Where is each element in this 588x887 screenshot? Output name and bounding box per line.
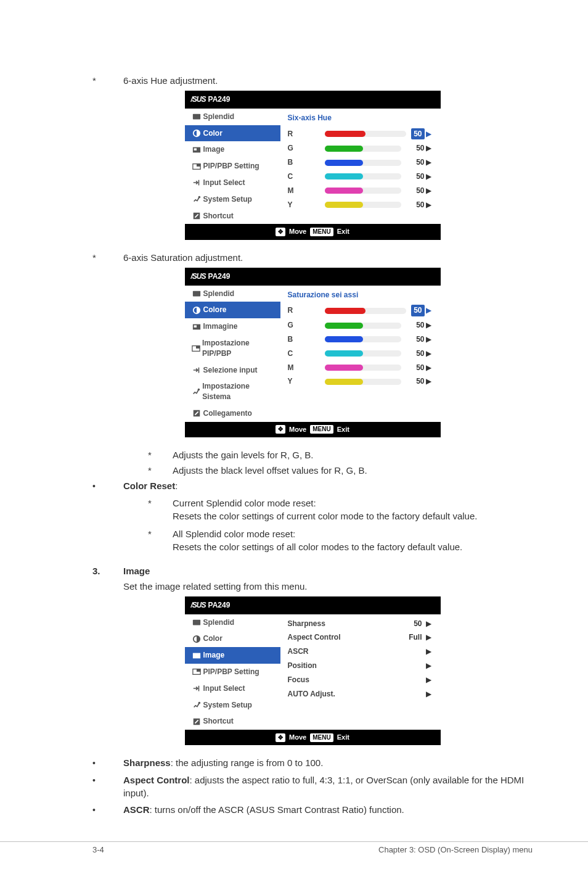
osd-side-item[interactable]: Image bbox=[185, 141, 280, 158]
osd-side-item[interactable]: Color bbox=[185, 630, 280, 647]
svg-rect-3 bbox=[194, 148, 196, 151]
side-icon bbox=[190, 684, 203, 693]
exit-label: Exit bbox=[337, 733, 349, 742]
osd-side-item[interactable]: Immagine bbox=[185, 318, 280, 335]
side-icon bbox=[190, 651, 203, 660]
osd-side-item[interactable]: Splendid bbox=[185, 614, 280, 631]
osd-side-item[interactable]: Image bbox=[185, 647, 280, 664]
side-icon bbox=[190, 306, 203, 315]
side-label: Image bbox=[203, 650, 225, 661]
osd-value-row[interactable]: C50▶ bbox=[288, 170, 433, 184]
value-bar bbox=[325, 365, 401, 371]
value-number: 50 bbox=[406, 349, 425, 359]
osd-side-item[interactable]: Splendid bbox=[185, 109, 280, 125]
cr-current: Current Splendid color mode reset: Reset… bbox=[173, 497, 477, 522]
side-icon bbox=[190, 162, 203, 171]
osd-side-item[interactable]: Color bbox=[185, 125, 280, 142]
osd-value-row[interactable]: Y50▶ bbox=[288, 374, 433, 389]
asterisk: * bbox=[148, 527, 173, 553]
svg-point-22 bbox=[198, 702, 200, 704]
osd-screenshot-saturation: /SUS PA249 SplendidColoreImmagineImposta… bbox=[185, 268, 441, 437]
osd-value-row[interactable]: Focus▶ bbox=[288, 673, 433, 687]
value-bar bbox=[325, 188, 401, 194]
aspect-label: Aspect Control bbox=[123, 775, 190, 785]
exit-label: Exit bbox=[337, 227, 349, 236]
osd-value-row[interactable]: AUTO Adjust.▶ bbox=[288, 687, 433, 701]
osd-value-row[interactable]: G50▶ bbox=[288, 141, 433, 155]
asterisk: * bbox=[92, 251, 123, 264]
osd-value-row[interactable]: R50▶ bbox=[288, 126, 433, 142]
osd-footer: ✥Move MENUExit bbox=[185, 422, 441, 437]
move-label: Move bbox=[289, 227, 306, 236]
osd-value-row[interactable]: Y50▶ bbox=[288, 198, 433, 212]
value-number: 50 bbox=[406, 171, 425, 182]
osd-side-item[interactable]: Shortcut bbox=[185, 208, 280, 225]
osd-side-item[interactable]: System Setup bbox=[185, 697, 280, 714]
setting-label: ASCR bbox=[288, 646, 400, 657]
color-reset-label: Color Reset bbox=[123, 481, 175, 491]
bullet-dot: • bbox=[92, 756, 123, 770]
side-label: System Setup bbox=[203, 194, 252, 205]
menu-key-icon: MENU bbox=[310, 228, 333, 236]
osd-value-row[interactable]: G50▶ bbox=[288, 318, 433, 332]
osd-side-item[interactable]: Colore bbox=[185, 302, 280, 318]
svg-rect-19 bbox=[194, 654, 196, 656]
value-number: 50 bbox=[411, 128, 424, 140]
bullet-dot: • bbox=[92, 803, 123, 817]
channel-label: B bbox=[288, 157, 325, 168]
cr-current-head: Current Splendid color mode reset: bbox=[173, 497, 477, 510]
osd-side-item[interactable]: Splendid bbox=[185, 286, 280, 302]
asterisk: * bbox=[148, 448, 173, 461]
osd-side-item[interactable]: System Setup bbox=[185, 191, 280, 208]
osd-value-row[interactable]: Position▶ bbox=[288, 659, 433, 673]
osd-value-row[interactable]: Aspect ControlFull▶ bbox=[288, 630, 433, 645]
arrow-icon: ▶ bbox=[425, 349, 433, 359]
osd-side-item[interactable]: PIP/PBP Setting bbox=[185, 664, 280, 680]
arrow-icon: ▶ bbox=[425, 157, 433, 168]
section-desc: Set the image related setting from this … bbox=[123, 580, 533, 593]
osd-value-row[interactable]: B50▶ bbox=[288, 332, 433, 347]
osd-side-item[interactable]: Input Select bbox=[185, 175, 280, 191]
osd-side-item[interactable]: Selezione input bbox=[185, 362, 280, 379]
channel-label: C bbox=[288, 171, 325, 182]
osd-model: PA249 bbox=[208, 600, 231, 611]
osd-side-item[interactable]: Input Select bbox=[185, 680, 280, 697]
svg-rect-21 bbox=[197, 669, 200, 672]
bullet-dot: • bbox=[92, 479, 123, 493]
osd-value-row[interactable]: ASCR▶ bbox=[288, 645, 433, 659]
asterisk: * bbox=[92, 74, 123, 87]
side-icon bbox=[190, 195, 203, 204]
side-icon bbox=[190, 323, 203, 331]
osd-value-row[interactable]: M50▶ bbox=[288, 184, 433, 198]
side-icon bbox=[190, 701, 203, 709]
chapter-title: Chapter 3: OSD (On-Screen Display) menu bbox=[378, 844, 533, 856]
value-bar bbox=[325, 350, 401, 357]
svg-rect-8 bbox=[192, 291, 200, 297]
value-number: 50 bbox=[406, 320, 425, 331]
cr-all: All Splendid color mode reset: Resets th… bbox=[173, 527, 462, 553]
osd-side-item[interactable]: Collegamento bbox=[185, 405, 280, 422]
setting-label: Sharpness bbox=[288, 619, 400, 629]
arrow-icon: ▶ bbox=[425, 171, 433, 182]
side-label: Colore bbox=[203, 305, 227, 315]
osd-side-item[interactable]: Impostazione PIP/PBP bbox=[185, 335, 280, 362]
section-number: 3. bbox=[92, 564, 123, 577]
value-number: 50 bbox=[406, 334, 425, 345]
osd-value-row[interactable]: M50▶ bbox=[288, 361, 433, 375]
value-number: 50 bbox=[406, 157, 425, 168]
osd-side-item[interactable]: PIP/PBP Setting bbox=[185, 158, 280, 175]
pane-title: Six-axis Hue bbox=[288, 109, 433, 126]
osd-value-row[interactable]: Sharpness50▶ bbox=[288, 617, 433, 631]
pane-title: Saturazione sei assi bbox=[288, 286, 433, 303]
menu-key-icon: MENU bbox=[310, 733, 333, 742]
arrow-icon: ▶ bbox=[425, 305, 433, 316]
osd-side-item[interactable]: Shortcut bbox=[185, 713, 280, 730]
osd-value-row[interactable]: R50▶ bbox=[288, 303, 433, 318]
value-bar bbox=[325, 336, 401, 342]
footer-rule bbox=[0, 841, 588, 842]
osd-side-item[interactable]: Impostazione Sistema bbox=[185, 378, 280, 405]
osd-value-row[interactable]: B50▶ bbox=[288, 155, 433, 170]
side-label: Input Select bbox=[203, 683, 245, 694]
osd-value-row[interactable]: C50▶ bbox=[288, 347, 433, 361]
arrow-icon: ▶ bbox=[425, 689, 433, 699]
